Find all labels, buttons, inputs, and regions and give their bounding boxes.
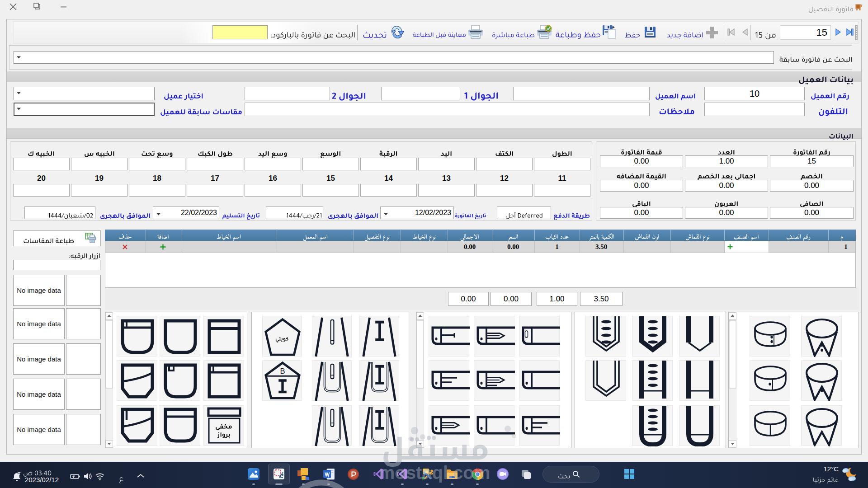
svg-text:B: B <box>280 367 285 375</box>
